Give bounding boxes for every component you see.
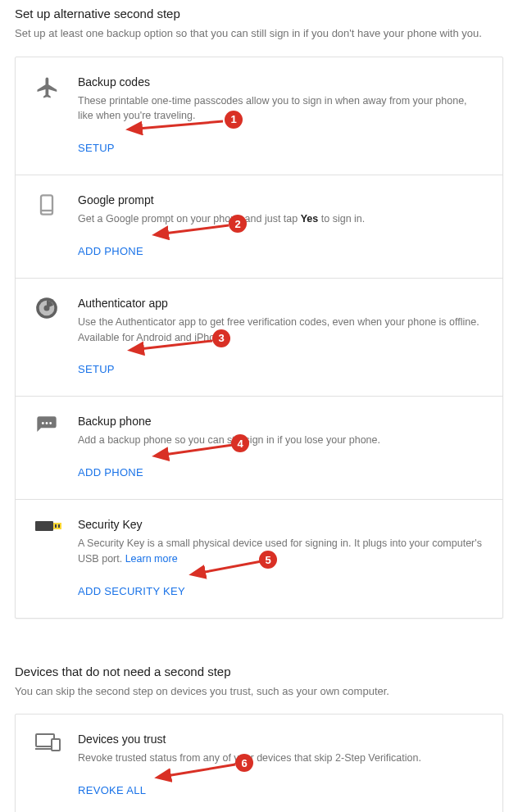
svg-point-9 [46, 422, 48, 424]
section-subtitle: You can skip the second step on devices … [15, 683, 503, 700]
learn-more-link[interactable]: Learn more [125, 553, 178, 565]
row-desc: A Security Key is a small physical devic… [78, 536, 483, 567]
airplane-icon [35, 75, 78, 156]
add-backup-phone-button[interactable]: ADD PHONE [78, 466, 143, 479]
alt-second-step-header: Set up alternative second step Set up at… [0, 0, 518, 42]
svg-point-10 [49, 422, 52, 424]
row-title: Backup phone [78, 415, 483, 428]
trusted-devices-card: Devices you trust Revoke trusted status … [15, 714, 503, 812]
row-google-prompt: Google prompt Get a Google prompt on you… [16, 175, 502, 279]
svg-line-0 [138, 121, 223, 129]
row-title: Authenticator app [78, 297, 483, 310]
row-title: Google prompt [78, 193, 483, 206]
setup-authenticator-button[interactable]: SETUP [78, 363, 115, 375]
add-security-key-button[interactable]: ADD SECURITY KEY [78, 585, 185, 597]
row-authenticator: Authenticator app Use the Authenticator … [16, 279, 502, 397]
alt-second-step-card: Backup codes These printable one-time pa… [15, 57, 503, 619]
revoke-all-button[interactable]: REVOKE ALL [78, 784, 146, 796]
svg-point-8 [42, 422, 44, 424]
row-desc: Revoke trusted status from any of your d… [78, 751, 483, 766]
devices-icon [35, 733, 78, 797]
row-title: Devices you trust [78, 733, 483, 746]
row-backup-codes: Backup codes These printable one-time pa… [16, 57, 502, 176]
add-phone-google-prompt-button[interactable]: ADD PHONE [78, 245, 143, 257]
sms-icon [35, 415, 78, 479]
section-title: Set up alternative second step [15, 7, 503, 20]
trusted-devices-header: Devices that do not need a second step Y… [0, 658, 518, 700]
section-subtitle: Set up at least one backup option so tha… [15, 25, 503, 42]
row-devices-you-trust: Devices you trust Revoke trusted status … [16, 714, 502, 812]
row-security-key: Security Key A Security Key is a small p… [16, 500, 502, 618]
row-title: Security Key [78, 518, 483, 531]
usb-key-icon [35, 518, 78, 598]
annotation-badge-6: 6 [235, 754, 253, 772]
section-title: Devices that do not need a second step [15, 665, 503, 678]
svg-rect-12 [35, 521, 53, 531]
setup-backup-codes-button[interactable]: SETUP [78, 142, 115, 154]
svg-line-20 [166, 764, 235, 776]
svg-line-3 [164, 225, 229, 234]
row-backup-phone: Backup phone Add a backup phone so you c… [16, 397, 502, 500]
svg-line-7 [139, 341, 212, 349]
svg-rect-13 [53, 523, 61, 529]
svg-rect-19 [52, 739, 60, 751]
svg-line-11 [164, 445, 233, 455]
annotation-badge-5: 5 [259, 551, 277, 569]
annotation-badge-2: 2 [229, 215, 247, 233]
phone-outline-icon [35, 193, 78, 258]
annotation-badge-3: 3 [212, 329, 230, 347]
annotation-badge-1: 1 [225, 111, 243, 129]
row-title: Backup codes [78, 75, 483, 88]
svg-rect-14 [55, 524, 57, 528]
svg-point-6 [44, 305, 50, 311]
row-desc: Add a backup phone so you can still sign… [78, 433, 483, 448]
authenticator-icon [35, 297, 78, 377]
row-desc: Get a Google prompt on your phone and ju… [78, 211, 483, 227]
svg-rect-15 [58, 524, 60, 528]
svg-line-16 [201, 561, 261, 573]
